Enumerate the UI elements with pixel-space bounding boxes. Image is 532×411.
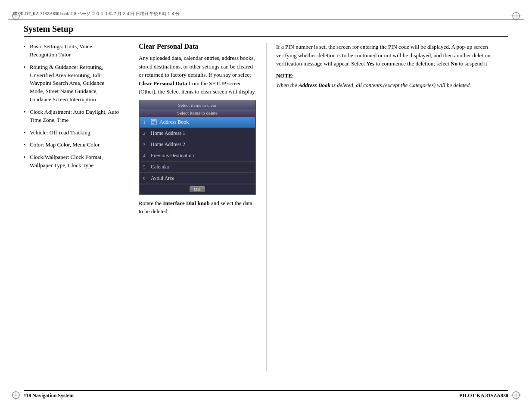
- nav-item-num-6: 6: [143, 175, 151, 181]
- nav-list-item-6[interactable]: 6 Avoid Area: [140, 173, 255, 184]
- nav-item-label-3: Home Address 2: [151, 141, 185, 148]
- columns-container: Basic Settings: Units, Voice Recognition…: [24, 43, 508, 371]
- nav-screen-header: Select items to clear: [140, 101, 255, 109]
- nav-item-label-4: Previous Destination: [151, 153, 194, 159]
- nav-list-item-4[interactable]: 4 Previous Destination: [140, 150, 255, 162]
- column-divider-2: [266, 43, 267, 371]
- nav-list-item-1[interactable]: 1 Address Book: [140, 117, 255, 128]
- column-divider: [129, 43, 129, 371]
- nav-item-num-3: 3: [143, 142, 151, 147]
- note-label: NOTE:: [276, 72, 508, 79]
- footer-right: PILOT KA 31SZA830: [459, 392, 508, 399]
- nav-screen-title-bar: Select items to delete: [140, 109, 255, 117]
- nav-item-label-5: Calendar: [151, 164, 169, 170]
- middle-body-text: Any uploaded data, calendar entries, add…: [139, 54, 257, 96]
- footer-left: 118 Navigation System: [24, 392, 74, 399]
- nav-item-label-2: Home Address 1: [151, 130, 185, 137]
- page-title: System Setup: [24, 24, 508, 37]
- nav-screen: Select items to clear Select items to de…: [139, 100, 256, 195]
- ok-button[interactable]: OK: [190, 186, 205, 192]
- nav-item-num-1: 1: [143, 119, 151, 125]
- nav-item-num-5: 5: [143, 164, 151, 169]
- yes-bold: Yes: [366, 60, 374, 67]
- caption-text-1: Rotate the: [139, 200, 163, 206]
- nav-list-item-3[interactable]: 3 Home Address 2: [140, 139, 255, 150]
- list-item: Basic Settings: Units, Voice Recognition…: [24, 43, 119, 59]
- middle-body-text-1: Any uploaded data, calendar entries, add…: [139, 55, 255, 78]
- nav-item-num-4: 4: [143, 153, 151, 158]
- list-item: Vehicle: Off-road Tracking: [24, 129, 119, 137]
- clear-personal-data-bold: Clear Personal Data: [139, 80, 187, 87]
- note-text: When the Address Book is deleted, all co…: [276, 81, 508, 90]
- page-footer: 118 Navigation System PILOT KA 31SZA830: [24, 390, 508, 399]
- header-bar: 00 PILOT_KA-31SZA830.book 118 ページ ２０１１年７…: [8, 8, 524, 20]
- left-column: Basic Settings: Units, Voice Recognition…: [24, 43, 127, 371]
- right-body-text: If a PIN number is set, the screen for e…: [276, 43, 508, 68]
- nav-item-label-1: Address Book: [159, 119, 189, 125]
- header-text: 00 PILOT_KA-31SZA830.book 118 ページ ２０１１年７…: [13, 11, 180, 17]
- note-text-1: When the: [276, 82, 299, 88]
- main-content: System Setup Basic Settings: Units, Voic…: [24, 24, 508, 387]
- list-item: Color: Map Color, Menu Color: [24, 141, 119, 149]
- no-bold: No: [451, 60, 457, 67]
- nav-item-label-6: Avoid Area: [151, 175, 174, 181]
- nav-list-item-5[interactable]: 5 Calendar: [140, 162, 255, 173]
- caption-text: Rotate the Interface Dial knob and selec…: [139, 199, 257, 216]
- nav-list: 1 Address Book 2 Home Address 1 3 Home A…: [140, 117, 255, 184]
- nav-screen-footer: OK: [140, 184, 255, 194]
- list-item: Clock/Wallpaper: Clock Format, Wallpaper…: [24, 153, 119, 170]
- nav-item-num-2: 2: [143, 131, 151, 136]
- address-book-icon: [151, 119, 158, 125]
- right-text-3: to suspend it.: [457, 60, 488, 67]
- address-book-note-bold: Address Book: [299, 82, 330, 88]
- right-text-2: to commence the deletion; select: [374, 60, 451, 67]
- right-column: If a PIN number is set, the screen for e…: [268, 43, 508, 371]
- section-title: Clear Personal Data: [139, 43, 257, 50]
- nav-list-item-2[interactable]: 2 Home Address 1: [140, 128, 255, 139]
- note-text-end: is deleted, all contents (except the Cat…: [330, 82, 471, 88]
- bullet-list: Basic Settings: Units, Voice Recognition…: [24, 43, 119, 170]
- list-item: Clock Adjustment: Auto Daylight, Auto Ti…: [24, 108, 119, 125]
- list-item: Routing & Guidance: Rerouting, Unverifie…: [24, 63, 119, 104]
- middle-column: Clear Personal Data Any uploaded data, c…: [131, 43, 264, 371]
- interface-dial-bold: Interface Dial knob: [163, 200, 209, 206]
